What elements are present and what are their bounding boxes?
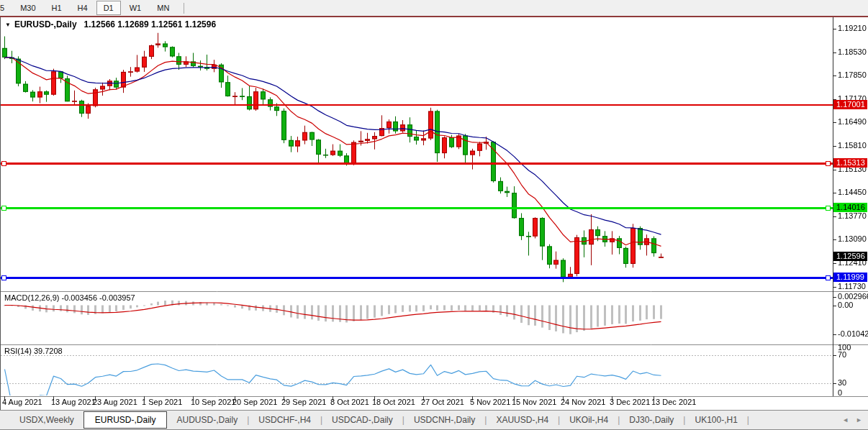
chart-dropdown-icon[interactable]: ▼	[5, 22, 11, 28]
trading-terminal-window: 5M30H1H4D1W1MN ▼EURUSD-,Daily1.12566 1.1…	[0, 0, 868, 430]
chart-tabs-bar: USDX,WeeklyEURUSD-,DailyAUDUSD-,Daily|US…	[0, 410, 868, 430]
timeframe-toolbar: 5M30H1H4D1W1MN	[0, 0, 868, 16]
timeframe-button-h1[interactable]: H1	[45, 1, 69, 15]
tab-dj30-daily[interactable]: DJ30-,Daily	[620, 412, 683, 428]
tab-usdx-weekly[interactable]: USDX,Weekly	[10, 412, 83, 428]
tab-usdcnh-daily[interactable]: USDCNH-,Daily	[404, 412, 484, 428]
toolbar-divider	[0, 16, 868, 17]
tab-usdcad-daily[interactable]: USDCAD-,Daily	[322, 412, 402, 428]
timeframe-button-w1[interactable]: W1	[122, 1, 149, 15]
tab-usdchf-h4[interactable]: USDCHF-,H4	[249, 412, 320, 428]
tab-xauusd-h4[interactable]: XAUUSD-,H4	[487, 412, 558, 428]
tab-scroll-left-icon[interactable]: ◄	[842, 416, 849, 424]
tab-audusd-daily[interactable]: AUDUSD-,Daily	[167, 412, 247, 428]
tab-ukoil-h4[interactable]: UKOil-,H4	[560, 412, 618, 428]
tab-eurusd-daily[interactable]: EURUSD-,Daily	[83, 411, 168, 429]
rsi-label: RSI(14) 39.7208	[4, 347, 63, 355]
chart-ohlc-values: 1.12566 1.12689 1.12561 1.12596	[84, 19, 217, 29]
timeframe-button-d1[interactable]: D1	[96, 1, 121, 15]
chart-symbol-period: EURUSD-,Daily	[14, 19, 77, 29]
timeframe-button-5[interactable]: 5	[0, 1, 12, 15]
timeframe-button-m30[interactable]: M30	[13, 1, 42, 15]
tab-separator: |	[747, 415, 749, 425]
timeframe-button-h4[interactable]: H4	[71, 1, 95, 15]
price-chart-canvas[interactable]	[0, 17, 868, 410]
tab-scroll-arrows: ◄►	[842, 416, 862, 424]
tab-scroll-right-icon[interactable]: ►	[856, 416, 862, 424]
toolbar-separator	[184, 3, 184, 14]
macd-label: MACD(12,26,9) -0.003456 -0.003957	[4, 293, 135, 302]
tab-uk100-h1[interactable]: UK100-,H1	[685, 412, 746, 428]
timeframe-button-mn[interactable]: MN	[150, 1, 176, 15]
chart-title: ▼EURUSD-,Daily1.12566 1.12689 1.12561 1.…	[5, 19, 216, 29]
